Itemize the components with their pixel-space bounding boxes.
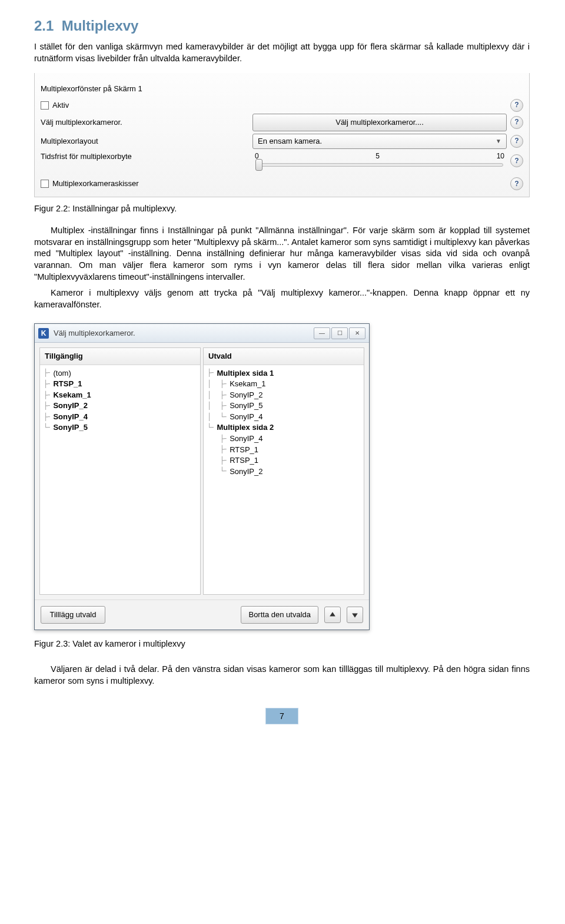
add-selected-button[interactable]: Tilllägg utvald [41,606,105,624]
page-number: 7 [265,708,298,724]
tree-item-label: SonyIP_4 [230,412,262,422]
close-icon: ✕ [355,329,360,337]
move-up-button[interactable] [324,607,341,623]
tree-item-label: SonyIP_2 [230,390,262,400]
section-heading: 2.1 Multiplexvy [34,16,530,35]
tree-item-label: RTSP_1 [230,455,258,466]
tree-item-label: Ksekam_1 [53,390,91,400]
tree-item-label: SonyIP_5 [53,422,88,433]
tree-branch-icon: ├╴ [207,434,228,443]
camera-selector-dialog: K Välj multiplexorkameror. — ☐ ✕ Tillgän… [34,323,370,630]
minimize-button[interactable]: — [314,327,330,339]
maximize-icon: ☐ [337,329,343,337]
tree-branch-icon: │ ├╴ [207,379,228,389]
selected-header: Utvald [204,348,364,365]
tree-item[interactable]: │ └╴SonyIP_4 [207,412,360,422]
slider-thumb[interactable] [255,159,262,171]
tree-item-label: SonyIP_2 [230,466,262,477]
tree-branch-icon: │ ├╴ [207,401,228,410]
tree-branch-icon: ├╴ [207,445,228,454]
choose-cameras-button[interactable]: Välj multiplexorkameror.... [252,114,507,131]
tree-item-label: RTSP_1 [230,445,258,455]
tree-item[interactable]: ├╴(tom) [44,368,197,379]
figure-2-2-caption: Figur 2.2: Inställningar på multiplexvy. [34,203,530,215]
checkbox-icon[interactable] [41,101,49,110]
sketches-row[interactable]: Multiplexorkameraskisser [41,178,252,189]
tree-group[interactable]: └╴Multiplex sida 2 [207,422,360,433]
choose-cameras-label: Välj multiplexorkameror. [41,117,252,128]
tree-branch-icon: ├╴ [207,368,215,377]
tree-item-label: SonyIP_4 [53,412,88,422]
active-row[interactable]: Aktiv [41,100,252,111]
paragraph-3: Väljaren är delad i två delar. På den vä… [34,664,530,687]
tree-branch-icon: └╴ [44,423,52,432]
tree-item-label: (tom) [53,368,71,379]
available-header: Tillgänglig [40,348,200,365]
section-number: 2.1 [34,18,54,34]
tree-item-label: Ksekam_1 [230,379,265,389]
tree-item[interactable]: ├╴RTSP_1 [207,455,360,466]
tree-item-label: SonyIP_2 [53,400,88,411]
maximize-button[interactable]: ☐ [331,327,348,339]
available-tree[interactable]: Tillgänglig ├╴(tom)├╴RTSP_1├╴Ksekam_1├╴S… [39,347,201,595]
move-down-button[interactable] [347,607,363,623]
sketches-label: Multiplexorkameraskisser [52,179,139,188]
tree-item[interactable]: ├╴RTSP_1 [207,445,360,455]
slider-tick-10: 10 [497,151,504,161]
minimize-icon: — [319,329,325,337]
tree-item[interactable]: ├╴SonyIP_4 [44,412,197,422]
layout-value: En ensam kamera. [258,136,322,147]
layout-label: Multiplexorlayout [41,136,252,147]
help-icon[interactable]: ? [510,135,523,148]
paragraph-1: I stället för den vanliga skärmvyn med k… [34,41,530,64]
timeout-label: Tidsfrist för multiplexorbyte [41,151,252,162]
help-icon[interactable]: ? [510,177,523,190]
dialog-title: Välj multiplexorkameror. [54,328,135,339]
arrow-up-icon [329,611,336,618]
arrow-down-icon [351,611,358,618]
tree-item[interactable]: ├╴Ksekam_1 [44,390,197,400]
help-icon[interactable]: ? [510,116,523,129]
paragraph-2b: Kameror i multiplexvy väljs genom att tr… [34,287,530,310]
layout-combobox[interactable]: En ensam kamera. ▼ [252,134,507,149]
tree-item[interactable]: │ ├╴SonyIP_2 [207,390,360,400]
close-button[interactable]: ✕ [349,327,365,339]
tree-item[interactable]: │ ├╴Ksekam_1 [207,379,360,389]
dialog-titlebar: K Välj multiplexorkameror. — ☐ ✕ [35,324,369,343]
tree-branch-icon: ├╴ [44,390,52,400]
figure-2-3-caption: Figur 2.3: Valet av kameror i multiplexv… [34,638,530,650]
tree-item[interactable]: ├╴SonyIP_4 [207,433,360,444]
tree-item-label: RTSP_1 [53,379,82,389]
help-icon[interactable]: ? [510,154,523,167]
timeout-slider[interactable] [256,163,503,167]
tree-item[interactable]: └╴SonyIP_5 [44,422,197,433]
tree-branch-icon: ├╴ [44,379,52,389]
checkbox-icon[interactable] [41,180,49,188]
chevron-down-icon: ▼ [496,137,501,145]
tree-item[interactable]: └╴SonyIP_2 [207,466,360,477]
tree-branch-icon: ├╴ [44,401,52,410]
tree-group[interactable]: ├╴Multiplex sida 1 [207,368,360,379]
tree-item-label: SonyIP_5 [230,400,262,411]
active-label: Aktiv [52,101,69,110]
tree-branch-icon: └╴ [207,423,215,432]
tree-branch-icon: ├╴ [44,368,52,377]
tree-branch-icon: │ └╴ [207,412,228,422]
tree-group-label: Multiplex sida 2 [217,422,274,433]
settings-panel: Multiplexorfönster på Skärm 1 Aktiv ? Vä… [34,73,530,197]
slider-tick-5: 5 [375,151,380,161]
tree-item[interactable]: ├╴RTSP_1 [44,379,197,389]
tree-item[interactable]: │ ├╴SonyIP_5 [207,400,360,411]
app-icon: K [38,328,49,339]
help-icon[interactable]: ? [510,99,523,112]
tree-branch-icon: ├╴ [207,456,228,465]
tree-group-label: Multiplex sida 1 [217,368,274,379]
tree-branch-icon: │ ├╴ [207,390,228,400]
paragraph-2a: Multiplex -inställningar finns i Inställ… [34,225,530,283]
remove-selected-button[interactable]: Bortta den utvalda [241,606,318,624]
group-title: Multiplexorfönster på Skärm 1 [41,84,252,94]
tree-item[interactable]: ├╴SonyIP_2 [44,400,197,411]
section-title-text: Multiplexvy [62,18,139,34]
tree-branch-icon: ├╴ [44,412,52,422]
selected-tree[interactable]: Utvald ├╴Multiplex sida 1│ ├╴Ksekam_1│ ├… [203,347,364,595]
